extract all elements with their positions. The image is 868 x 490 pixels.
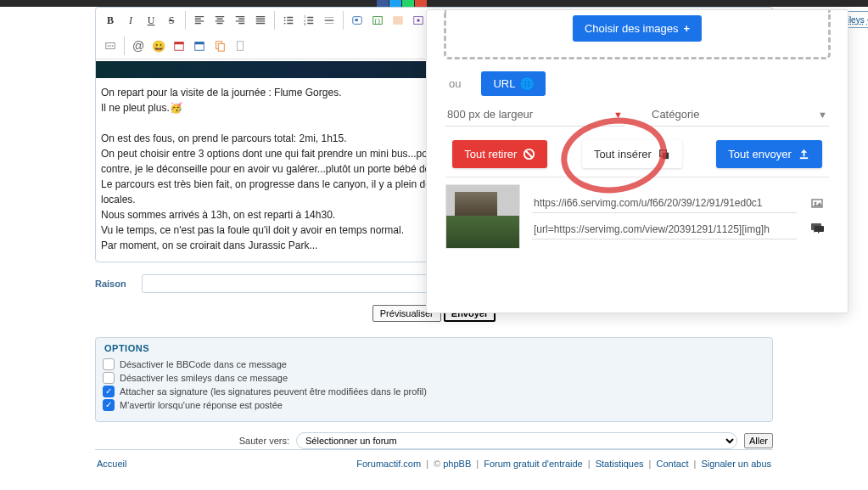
image-action-icon[interactable] [805,196,829,212]
svg-rect-31 [195,42,204,45]
image-url-field[interactable] [532,194,797,213]
paste-button[interactable] [210,37,229,55]
opt-smileys-checkbox[interactable] [103,372,115,384]
svg-point-2 [284,23,286,25]
jump-to-row: Sauter vers: Sélectionner un forum Aller [95,432,773,449]
svg-point-11 [417,19,420,22]
uploaded-images-list [445,177,829,249]
opt-bbcode-label: Désactiver le BBCode dans ce message [120,359,287,369]
svg-text:3: 3 [304,22,306,26]
jump-label: Sauter vers: [239,436,289,446]
copy-icon [658,148,670,161]
insert-all-button[interactable]: Tout insérer [582,140,682,168]
italic-button[interactable]: I [121,11,140,30]
remove-all-button[interactable]: Tout retirer [452,140,547,168]
opt-bbcode-checkbox[interactable] [103,358,115,370]
image-comment-icon[interactable] [805,221,829,237]
svg-rect-9 [394,17,403,25]
date-button[interactable] [170,37,188,55]
svg-point-27 [112,45,114,47]
bold-button[interactable]: B [101,11,120,30]
jump-go-button[interactable]: Aller [744,433,773,448]
footer-home-link[interactable]: Accueil [97,459,126,469]
spoiler-button[interactable] [389,11,407,30]
width-select[interactable]: 800 px de largeur▼ [445,103,624,127]
plus-icon: + [683,22,690,35]
more-button[interactable] [101,37,120,55]
footer-report-link[interactable]: Signaler un abus [701,459,771,469]
list-ul-button[interactable] [279,11,298,30]
svg-rect-29 [175,42,184,45]
chevron-down-icon: ▼ [613,110,623,120]
choose-images-button[interactable]: Choisir des images+ [573,15,702,42]
opt-signature-checkbox[interactable] [103,386,115,397]
footer-contact-link[interactable]: Contact [657,459,689,469]
url-button[interactable]: URL🌐 [481,71,546,96]
footer-help-link[interactable]: Forum gratuit d'entraide [484,459,582,469]
svg-point-26 [109,45,111,47]
image-uploader-popup: Choisir des images+ ou URL🌐 800 px de la… [426,9,848,313]
svg-rect-38 [800,157,808,159]
align-left-button[interactable] [190,11,209,30]
globe-icon: 🌐 [520,77,534,90]
emoji-button[interactable]: 😀 [149,37,168,55]
quote-button[interactable] [348,11,367,30]
opt-notify-checkbox[interactable] [103,399,115,411]
svg-point-25 [108,45,109,47]
image-bbcode-field[interactable] [532,220,797,239]
svg-rect-34 [238,42,244,51]
sun-emoji-icon: 🥳 [170,100,182,115]
align-justify-button[interactable] [251,11,270,30]
forbid-icon [523,148,535,161]
or-label: ou [449,77,461,90]
jump-select[interactable]: Sélectionner un forum [296,432,737,449]
uploaded-image-row [445,177,829,249]
svg-rect-33 [218,43,224,51]
options-panel: OPTIONS Désactiver le BBCode dans ce mes… [95,337,773,422]
upload-icon [798,148,810,161]
hr-button[interactable] [320,11,339,30]
align-right-button[interactable] [231,11,249,30]
underline-button[interactable]: U [142,11,160,30]
options-title: OPTIONS [104,343,765,353]
opt-signature-label: Attacher sa signature (les signatures pe… [120,386,427,397]
opt-smileys-label: Désactiver les smileys dans ce message [120,373,288,383]
align-center-button[interactable] [210,11,229,30]
footer-phpbb-link[interactable]: phpBB [443,459,471,469]
mention-button[interactable]: @ [129,37,148,55]
svg-rect-37 [662,153,669,160]
footer-forumactif-link[interactable]: Forumactif.com [356,459,421,469]
svg-point-1 [284,20,286,21]
svg-text:{ }: { } [375,18,381,25]
browser-chrome [0,0,868,7]
svg-point-0 [284,17,286,19]
hidden-button[interactable] [409,11,428,30]
page-footer: Accueil Forumactif.com | © phpBB | Forum… [95,449,773,476]
send-all-button[interactable]: Tout envoyer [716,140,821,168]
dropzone[interactable]: Choisir des images+ [444,10,831,59]
reason-label: Raison [95,279,126,289]
opt-notify-label: M'avertir lorsqu'une réponse est postée [120,400,283,410]
time-button[interactable] [190,37,209,55]
list-ol-button[interactable]: 123 [300,11,318,30]
image-thumbnail[interactable] [445,184,520,249]
code-button[interactable]: { } [368,11,387,30]
category-select[interactable]: Catégorie▼ [650,103,829,127]
page-button[interactable] [231,37,249,55]
chevron-down-icon: ▼ [818,110,827,120]
strike-button[interactable]: S [162,11,181,30]
footer-stats-link[interactable]: Statistiques [596,459,644,469]
footer-copy: © [434,459,443,469]
